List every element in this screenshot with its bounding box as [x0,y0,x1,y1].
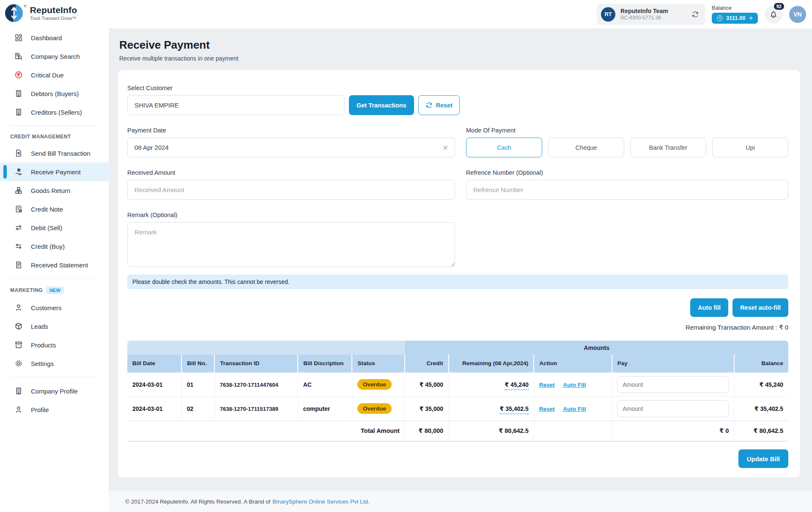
table-row: 2024-03-01 01 7638-1270-1711447604 AC Ov… [127,372,788,396]
footer: © 2017-2024 ReputeInfo. All Rights Reser… [109,491,812,512]
sidebar-item-settings[interactable]: Settings [0,354,109,373]
bill-date: 2024-03-01 [127,372,181,396]
sidebar-item-credit-note[interactable]: Credit Note [0,200,109,218]
mode-cash-button[interactable]: Cash [466,138,542,157]
user-avatar[interactable]: VN [789,6,806,23]
new-badge: NEW [46,286,64,294]
col-credit: Credit [405,355,448,372]
total-pay: ₹ 0 [612,421,734,441]
sidebar-item-label: Credit Note [31,206,63,213]
sidebar-item-critical-due[interactable]: Critical Due [0,66,109,84]
balance-amount: 3111.00 [726,15,746,21]
page-title: Receive Payment [119,39,812,52]
mode-of-payment-label: Mode Of Payment [466,127,788,134]
sidebar-divider [10,377,99,377]
sidebar-item-send-bill-transaction[interactable]: Send Bill Transaction [0,144,109,162]
debtors-icon [14,89,23,98]
row-reset-link[interactable]: Reset [539,382,555,388]
sidebar-item-debit-sell[interactable]: Debit (Sell) [0,218,109,237]
received-amount-input[interactable] [127,180,455,200]
registered-mark: ® [24,4,27,8]
receive-payment-icon [14,167,23,176]
sidebar: Dashboard Company Search Critical Due De… [0,28,109,512]
rupee-icon: ₹ [717,15,723,21]
total-label: Total Amount [127,421,405,441]
total-credit: ₹ 80,000 [405,421,448,441]
sidebar-item-debtors[interactable]: Debtors (Buyers) [0,84,109,103]
sidebar-item-customers[interactable]: Customers [0,298,109,317]
bills-table: Amounts Bill Date Bill No. Transaction I… [127,341,788,442]
table-band-amounts: Amounts [405,341,788,355]
col-bill-no: Bill No. [181,355,214,372]
table-row: 2024-03-01 02 7638-1270-1711517389 compu… [127,396,788,421]
customer-input[interactable] [127,95,345,115]
bill-date: 2024-03-01 [127,396,181,421]
team-refresh-icon[interactable] [691,11,699,18]
get-transactions-button[interactable]: Get Transactions [349,95,414,115]
sidebar-item-label: Customers [31,304,62,311]
clear-date-icon[interactable]: ✕ [443,143,448,151]
update-bill-button[interactable]: Update Bill [738,449,788,468]
row-auto-fill-link[interactable]: Auto Fill [563,382,586,388]
pay-amount-input[interactable] [617,376,729,393]
team-selector[interactable]: RT ReputeInfo Team RC-6300-5771-36 [597,4,705,25]
team-code: RC-6300-5771-36 [620,15,682,21]
sidebar-item-company-search[interactable]: Company Search [0,47,109,66]
total-balance: ₹ 80,642.5 [734,421,788,441]
leads-icon [14,322,23,331]
page-subtitle: Receive multiple transactions in one pay… [119,55,812,62]
col-balance: Balance [734,355,788,372]
sidebar-item-leads[interactable]: Leads [0,317,109,336]
remaining-amount[interactable]: ₹ 35,402.5 [500,405,529,414]
sidebar-item-credit-buy[interactable]: Credit (Buy) [0,237,109,256]
notifications-count-badge: 92 [774,3,784,10]
transaction-id: 7638-1270-1711517389 [220,406,278,412]
pay-amount-input[interactable] [617,400,729,417]
col-bill-description: Bill Discription [298,355,352,372]
reset-auto-fill-button[interactable]: Reset auto-fill [732,298,788,317]
col-transaction-id: Transaction ID [214,355,298,372]
row-auto-fill-link[interactable]: Auto Fill [563,406,586,412]
remaining-amount[interactable]: ₹ 45,240 [505,381,528,390]
brand-logo[interactable]: ® ReputeInfo Trust Transact Grow™ [5,4,77,22]
sidebar-item-creditors[interactable]: Creditors (Sellers) [0,103,109,121]
balance-button[interactable]: ₹ 3111.00 + [712,13,758,24]
sidebar-item-profile[interactable]: Profile [0,400,109,419]
profile-icon [14,405,23,414]
footer-brand-link[interactable]: BinarySphere Online Services Pvt Ltd. [272,498,370,505]
reset-button[interactable]: Reset [418,95,460,115]
col-status: Status [352,355,405,372]
top-bar: ® ReputeInfo Trust Transact Grow™ RT Rep… [0,0,812,28]
remaining-transaction-amount: Remaining Transaction Amount : ₹ 0 [127,324,788,331]
sidebar-section-credit-management: CREDIT MANAGEMENT [10,134,71,140]
sidebar-item-goods-return[interactable]: Goods Return [0,181,109,200]
status-badge: Overdue [357,379,392,390]
sidebar-item-receive-payment[interactable]: Receive Payment [0,162,109,181]
reference-number-input[interactable] [466,180,788,200]
sidebar-item-products[interactable]: Products [0,336,109,354]
sidebar-item-label: Critical Due [31,72,64,79]
row-reset-link[interactable]: Reset [539,406,555,412]
sidebar-item-received-statement[interactable]: Received Statement [0,256,109,274]
auto-fill-button[interactable]: Auto fill [690,298,728,317]
payment-date-input[interactable] [127,138,455,157]
reset-button-label: Reset [436,102,453,109]
credit-amount: ₹ 35,000 [405,396,448,421]
bill-description: computer [298,396,352,421]
mode-bank-transfer-button[interactable]: Bank Transfer [630,138,706,157]
bill-no: 01 [181,372,214,396]
remark-label: Remark (Optional) [127,212,455,218]
sidebar-item-company-profile[interactable]: Company Profile [0,382,109,400]
notifications-button[interactable]: 92 [765,6,782,23]
mode-cheque-button[interactable]: Cheque [548,138,624,157]
sidebar-item-dashboard[interactable]: Dashboard [0,28,109,47]
sidebar-divider [10,126,99,126]
brand-tagline: Trust Transact Grow™ [30,16,77,21]
remark-textarea[interactable] [127,222,455,267]
received-statement-icon [14,260,23,270]
add-balance-icon[interactable]: + [749,14,753,22]
sidebar-item-label: Company Search [31,53,80,60]
total-remaining: ₹ 80,642.5 [449,421,534,441]
status-badge: Overdue [357,403,392,414]
mode-upi-button[interactable]: Upi [712,138,788,157]
